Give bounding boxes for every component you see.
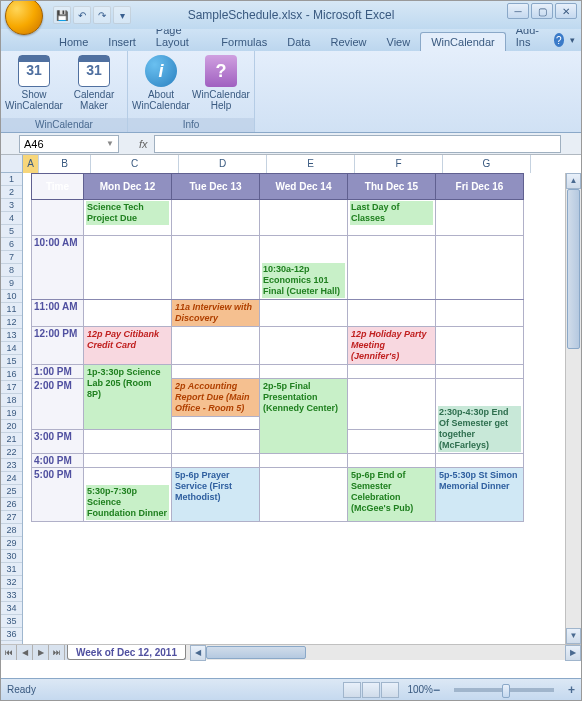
row-header-12[interactable]: 12 bbox=[1, 316, 22, 329]
col-header-d[interactable]: D bbox=[179, 155, 267, 173]
qat-dropdown-icon[interactable]: ▾ bbox=[113, 6, 131, 24]
event-economics[interactable]: 10:30a-12p Economics 101 Final (Cueter H… bbox=[262, 263, 345, 298]
row-header-21[interactable]: 21 bbox=[1, 433, 22, 446]
row-header-30[interactable]: 30 bbox=[1, 550, 22, 563]
col-header-c[interactable]: C bbox=[91, 155, 179, 173]
prev-sheet-icon[interactable]: ◀ bbox=[17, 645, 33, 660]
col-header-b[interactable]: B bbox=[39, 155, 91, 173]
scroll-down-icon[interactable]: ▼ bbox=[566, 628, 581, 644]
tab-data[interactable]: Data bbox=[277, 33, 320, 51]
maximize-button[interactable]: ▢ bbox=[531, 3, 553, 19]
row-header-2[interactable]: 2 bbox=[1, 186, 22, 199]
zoom-slider[interactable] bbox=[454, 688, 554, 692]
scroll-right-icon[interactable]: ▶ bbox=[565, 645, 581, 661]
event-kennedy[interactable]: 2p-5p Final Presentation (Kennedy Center… bbox=[262, 380, 345, 415]
vertical-scrollbar[interactable]: ▲ ▼ bbox=[565, 173, 581, 644]
last-sheet-icon[interactable]: ⏭ bbox=[49, 645, 65, 660]
normal-view-icon[interactable] bbox=[343, 682, 361, 698]
event-foundation[interactable]: 5:30p-7:30p Science Foundation Dinner bbox=[86, 485, 169, 520]
row-header-26[interactable]: 26 bbox=[1, 498, 22, 511]
event-science-project[interactable]: Science Tech Project Due bbox=[86, 201, 169, 225]
row-header-14[interactable]: 14 bbox=[1, 342, 22, 355]
row-header-19[interactable]: 19 bbox=[1, 407, 22, 420]
row-header-13[interactable]: 13 bbox=[1, 329, 22, 342]
scroll-thumb[interactable] bbox=[567, 189, 580, 349]
col-header-f[interactable]: F bbox=[355, 155, 443, 173]
select-all-corner[interactable] bbox=[1, 155, 23, 173]
row-header-3[interactable]: 3 bbox=[1, 199, 22, 212]
event-last-day[interactable]: Last Day of Classes bbox=[350, 201, 433, 225]
event-accounting[interactable]: 2p Accounting Report Due (Main Office - … bbox=[174, 380, 257, 415]
name-box[interactable]: A46 ▼ bbox=[19, 135, 119, 153]
hscroll-thumb[interactable] bbox=[206, 646, 306, 659]
page-layout-view-icon[interactable] bbox=[362, 682, 380, 698]
row-header-20[interactable]: 20 bbox=[1, 420, 22, 433]
row-header-31[interactable]: 31 bbox=[1, 563, 22, 576]
row-header-4[interactable]: 4 bbox=[1, 212, 22, 225]
calendar-maker-button[interactable]: Calendar Maker bbox=[67, 53, 121, 118]
event-science-lab[interactable]: 1p-3:30p Science Lab 205 (Room 8P) bbox=[86, 366, 169, 401]
row-header-9[interactable]: 9 bbox=[1, 277, 22, 290]
row-header-35[interactable]: 35 bbox=[1, 615, 22, 628]
help-icon[interactable]: ? bbox=[554, 33, 564, 47]
chevron-down-icon[interactable]: ▼ bbox=[106, 139, 114, 148]
row-header-16[interactable]: 16 bbox=[1, 368, 22, 381]
row-header-25[interactable]: 25 bbox=[1, 485, 22, 498]
minimize-button[interactable]: ─ bbox=[507, 3, 529, 19]
sheet-tab[interactable]: Week of Dec 12, 2011 bbox=[67, 645, 186, 660]
scroll-up-icon[interactable]: ▲ bbox=[566, 173, 581, 189]
row-header-36[interactable]: 36 bbox=[1, 628, 22, 641]
tab-view[interactable]: View bbox=[377, 33, 421, 51]
event-holiday-party[interactable]: 12p Holiday Party Meeting (Jennifer's) bbox=[350, 328, 433, 363]
row-header-29[interactable]: 29 bbox=[1, 537, 22, 550]
fx-icon[interactable]: fx bbox=[139, 138, 148, 150]
row-header-18[interactable]: 18 bbox=[1, 394, 22, 407]
row-header-11[interactable]: 11 bbox=[1, 303, 22, 316]
scroll-left-icon[interactable]: ◀ bbox=[190, 645, 206, 661]
row-header-27[interactable]: 27 bbox=[1, 511, 22, 524]
tab-wincalendar[interactable]: WinCalendar bbox=[420, 32, 506, 51]
redo-icon[interactable]: ↷ bbox=[93, 6, 111, 24]
tab-insert[interactable]: Insert bbox=[98, 33, 146, 51]
formula-input[interactable] bbox=[154, 135, 561, 153]
about-wincalendar-button[interactable]: i About WinCalendar bbox=[134, 53, 188, 118]
row-header-33[interactable]: 33 bbox=[1, 589, 22, 602]
row-header-34[interactable]: 34 bbox=[1, 602, 22, 615]
horizontal-scrollbar[interactable]: ◀ ▶ bbox=[190, 645, 581, 660]
row-header-10[interactable]: 10 bbox=[1, 290, 22, 303]
col-header-g[interactable]: G bbox=[443, 155, 531, 173]
close-button[interactable]: ✕ bbox=[555, 3, 577, 19]
event-stsimon[interactable]: 5p-5:30p St Simon Memorial Dinner bbox=[438, 469, 521, 493]
row-header-1[interactable]: 1 bbox=[1, 173, 22, 186]
event-mcfarleys[interactable]: 2:30p-4:30p End Of Semester get together… bbox=[438, 406, 521, 452]
zoom-in-icon[interactable]: + bbox=[568, 683, 575, 697]
page-break-view-icon[interactable] bbox=[381, 682, 399, 698]
undo-icon[interactable]: ↶ bbox=[73, 6, 91, 24]
row-header-7[interactable]: 7 bbox=[1, 251, 22, 264]
save-icon[interactable]: 💾 bbox=[53, 6, 71, 24]
row-header-32[interactable]: 32 bbox=[1, 576, 22, 589]
row-header-23[interactable]: 23 bbox=[1, 459, 22, 472]
row-header-8[interactable]: 8 bbox=[1, 264, 22, 277]
event-interview[interactable]: 11a Interview with Discovery bbox=[174, 301, 257, 325]
grid-body[interactable]: Time Mon Dec 12 Tue Dec 13 Wed Dec 14 Th… bbox=[23, 173, 565, 644]
col-header-a[interactable]: A bbox=[23, 155, 39, 173]
row-header-6[interactable]: 6 bbox=[1, 238, 22, 251]
row-header-24[interactable]: 24 bbox=[1, 472, 22, 485]
tab-formulas[interactable]: Formulas bbox=[211, 33, 277, 51]
event-mcgee[interactable]: 5p-6p End of Semester Celebration (McGee… bbox=[350, 469, 433, 515]
next-sheet-icon[interactable]: ▶ bbox=[33, 645, 49, 660]
first-sheet-icon[interactable]: ⏮ bbox=[1, 645, 17, 660]
event-citibank[interactable]: 12p Pay Citibank Credit Card bbox=[86, 328, 169, 352]
event-prayer[interactable]: 5p-6p Prayer Service (First Methodist) bbox=[174, 469, 257, 504]
tab-review[interactable]: Review bbox=[320, 33, 376, 51]
wincalendar-help-button[interactable]: ? WinCalendar Help bbox=[194, 53, 248, 118]
tab-home[interactable]: Home bbox=[49, 33, 98, 51]
row-header-15[interactable]: 15 bbox=[1, 355, 22, 368]
col-header-e[interactable]: E bbox=[267, 155, 355, 173]
row-header-5[interactable]: 5 bbox=[1, 225, 22, 238]
zoom-out-icon[interactable]: − bbox=[433, 683, 440, 697]
row-header-22[interactable]: 22 bbox=[1, 446, 22, 459]
show-wincalendar-button[interactable]: Show WinCalendar bbox=[7, 53, 61, 118]
zoom-level[interactable]: 100% bbox=[407, 684, 433, 695]
